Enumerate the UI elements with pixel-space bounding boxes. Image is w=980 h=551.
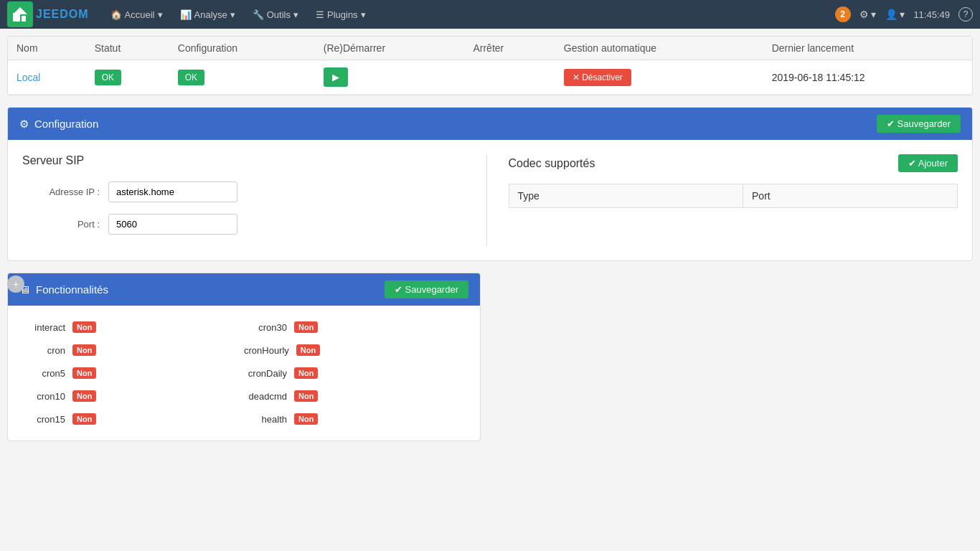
desactiver-button[interactable]: ✕ Désactiver [564,69,631,86]
statut-ok-button[interactable]: OK [95,70,121,85]
fonct-badge-non[interactable]: Non [72,367,96,379]
col-redemarrer: (Re)Démarrer [315,37,465,60]
col-gestion: Gestion automatique [555,37,763,60]
port-form-group: Port : [22,214,472,235]
fonctionnalites-body: interact Non cron Non cron5 Non cron10 N… [8,306,480,441]
daemon-restart: ▶ [315,60,465,95]
ip-form-group: Adresse IP : [22,182,472,202]
nav-accueil[interactable]: 🏠 Accueil ▾ [103,5,170,24]
fonct-label: cronDaily [244,368,287,379]
col-arreter: Arrêter [464,37,555,60]
fonct-col-left: interact Non cron Non cron5 Non cron10 N… [22,317,244,429]
scroll-up-button[interactable]: + [7,276,24,293]
fonct-item-left: interact Non [22,317,244,337]
fonct-badge-non[interactable]: Non [294,413,318,425]
fonct-item-left: cron15 Non [22,409,244,429]
fonct-label: cron [22,345,65,356]
daemon-statut: OK [86,60,169,95]
configuration-body: Serveur SIP Adresse IP : Port : Codec su… [8,140,972,260]
fonct-col-right: cron30 Non cronHourly Non cronDaily Non … [244,317,466,429]
fonctionnalites-section: 🖥 Fonctionnalités ✔ Sauvegarder interact… [7,273,481,441]
clock-display: 11:45:49 [913,9,950,20]
codec-table-header: Type Port [509,184,958,208]
daemon-gestion: ✕ Désactiver [555,60,763,95]
sip-panel: Serveur SIP Adresse IP : Port : [22,154,487,246]
add-codec-button[interactable]: ✔ Ajouter [898,154,958,172]
fonct-label: cron30 [244,322,287,333]
fonct-badge-non[interactable]: Non [296,344,320,356]
fonct-badge-non[interactable]: Non [294,367,318,379]
svg-marker-1 [13,7,27,14]
ip-label: Adresse IP : [22,187,108,197]
nav-plugins[interactable]: ☰ Plugins ▾ [308,5,373,24]
fonct-item-right: deadcmd Non [244,386,466,406]
codec-col-type: Type [509,184,743,208]
fonct-item-right: cronDaily Non [244,363,466,383]
main-content: Nom Statut Configuration (Re)Démarrer Ar… [0,29,980,448]
configuration-section: ⚙ Configuration ✔ Sauvegarder Serveur SI… [7,107,973,261]
configuration-header: ⚙ Configuration ✔ Sauvegarder [8,108,972,140]
fonct-badge-non[interactable]: Non [294,321,318,333]
help-icon[interactable]: ? [958,7,973,22]
fonct-item-right: cron30 Non [244,317,466,337]
tools-icon: 🔧 [253,9,264,20]
plugins-icon: ☰ [316,9,324,20]
fonctionnalites-grid: interact Non cron Non cron5 Non cron10 N… [22,317,466,429]
nav-right: 2 ⚙ ▾ 👤 ▾ 11:45:49 ? [835,6,973,22]
user-icon[interactable]: 👤 ▾ [885,9,905,20]
fonct-item-right: health Non [244,409,466,429]
configuration-title: ⚙ Configuration [19,118,98,131]
notification-badge[interactable]: 2 [835,6,851,22]
fonct-badge-non[interactable]: Non [72,390,96,402]
codec-table: Type Port [509,184,958,208]
codec-panel: Codec supportés ✔ Ajouter Type Port [501,154,958,246]
config-save-button[interactable]: ✔ Sauvegarder [877,115,961,133]
daemon-table: Nom Statut Configuration (Re)Démarrer Ar… [8,37,972,95]
nav-outils[interactable]: 🔧 Outils ▾ [245,5,306,24]
daemon-name: Local [8,60,86,95]
analyse-icon: 📊 [180,9,192,20]
settings-icon[interactable]: ⚙ ▾ [859,9,877,20]
fonct-item-left: cron Non [22,340,244,360]
codec-header-row: Codec supportés ✔ Ajouter [509,154,958,172]
fonct-label: cronHourly [244,345,289,356]
restart-button[interactable]: ▶ [324,67,348,87]
table-row: Local OK OK ▶ ✕ Désactiver 2019-06-18 11… [8,60,972,95]
brand[interactable]: JEEDOM [7,1,89,27]
nav-menu: 🏠 Accueil ▾ 📊 Analyse ▾ 🔧 Outils ▾ ☰ Plu… [103,5,835,24]
daemon-table-header: Nom Statut Configuration (Re)Démarrer Ar… [8,37,972,60]
port-label: Port : [22,219,108,230]
col-nom: Nom [8,37,86,60]
svg-rect-2 [22,16,26,22]
codec-col-port: Port [743,184,958,208]
port-input[interactable] [108,214,237,235]
nav-analyse[interactable]: 📊 Analyse ▾ [173,5,242,24]
ip-input[interactable] [108,182,237,202]
fonctionnalites-header: 🖥 Fonctionnalités ✔ Sauvegarder [8,273,480,306]
sip-title: Serveur SIP [22,154,472,167]
daemon-last-launch: 2019-06-18 11:45:12 [763,60,972,95]
fonctionnalites-title: 🖥 Fonctionnalités [19,283,108,296]
daemon-configuration: OK [169,60,315,95]
fonct-label: cron5 [22,368,65,379]
config-ok-button[interactable]: OK [178,70,204,85]
fonct-badge-non[interactable]: Non [72,321,96,333]
codec-title: Codec supportés [509,157,595,170]
col-configuration: Configuration [169,37,315,60]
fonct-save-button[interactable]: ✔ Sauvegarder [385,281,468,298]
col-dernier: Dernier lancement [763,37,972,60]
brand-logo [7,1,33,27]
fonct-item-left: cron5 Non [22,363,244,383]
gear-icon: ⚙ [19,118,29,131]
daemon-section: Nom Statut Configuration (Re)Démarrer Ar… [7,36,973,95]
fonct-badge-non[interactable]: Non [72,344,96,356]
fonct-label: deadcmd [244,391,287,402]
col-statut: Statut [86,37,169,60]
fonct-label: cron15 [22,414,65,425]
fonct-label: health [244,414,287,425]
fonct-badge-non[interactable]: Non [72,413,96,425]
fonct-label: cron10 [22,391,65,402]
home-icon: 🏠 [110,9,122,20]
fonct-label: interact [22,322,65,333]
fonct-badge-non[interactable]: Non [294,390,318,402]
